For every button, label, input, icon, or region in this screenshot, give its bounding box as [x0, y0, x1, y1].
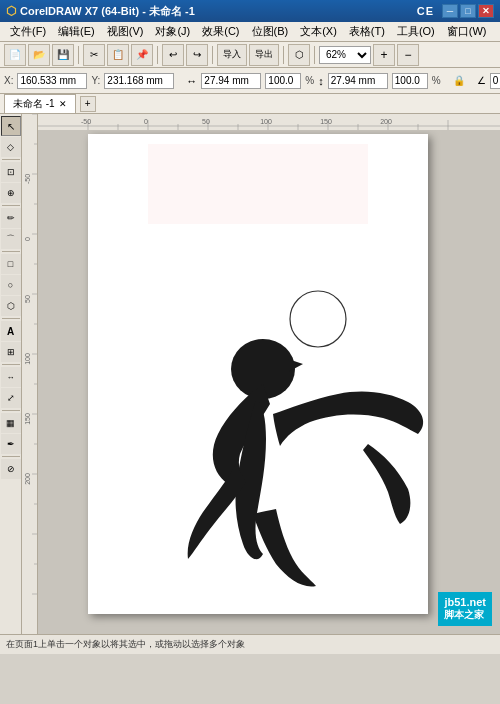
open-button[interactable]: 📂	[28, 44, 50, 66]
menu-edit[interactable]: 编辑(E)	[52, 22, 101, 41]
drawing-svg	[88, 134, 428, 614]
interactive-tool[interactable]: ⊘	[1, 459, 21, 479]
title-text: CorelDRAW X7 (64-Bit) - 未命名 -1	[20, 4, 417, 19]
svg-text:100: 100	[24, 353, 31, 365]
menu-object[interactable]: 对象(J)	[149, 22, 196, 41]
angle-icon: ∠	[477, 75, 486, 86]
export-button[interactable]: 导出	[249, 44, 279, 66]
menu-effects[interactable]: 效果(C)	[196, 22, 245, 41]
tab-label: 未命名 -1	[13, 97, 55, 111]
fill-tool[interactable]: ▦	[1, 413, 21, 433]
menu-table[interactable]: 表格(T)	[343, 22, 391, 41]
table-tool[interactable]: ⊞	[1, 342, 21, 362]
w-pct-label: %	[305, 75, 314, 86]
window-controls: ─ □ ✕	[442, 4, 494, 18]
w-input[interactable]	[201, 73, 261, 89]
tool-sep6	[2, 410, 20, 411]
polygon-tool[interactable]: ⬡	[1, 296, 21, 316]
bird-figure	[188, 339, 424, 587]
zoom-select[interactable]: 62% 50% 75% 100%	[319, 46, 371, 64]
menu-view[interactable]: 视图(V)	[101, 22, 150, 41]
zoom-tool[interactable]: ⊕	[1, 183, 21, 203]
freehand-tool[interactable]: ✏	[1, 208, 21, 228]
x-input[interactable]	[17, 73, 87, 89]
shape-tool[interactable]: ◇	[1, 137, 21, 157]
tool-sep7	[2, 456, 20, 457]
dimension-tool[interactable]: ↔	[1, 367, 21, 387]
title-bar: ⬡ CorelDRAW X7 (64-Bit) - 未命名 -1 CE ─ □ …	[0, 0, 500, 22]
tool-sep1	[2, 159, 20, 160]
w-pct-input[interactable]	[265, 73, 301, 89]
sep1	[78, 46, 79, 64]
angle-input[interactable]	[490, 73, 500, 89]
watermark-line2: 脚本之家	[444, 608, 486, 622]
tool-sep5	[2, 364, 20, 365]
zoom-out-button[interactable]: −	[397, 44, 419, 66]
tool-sep4	[2, 318, 20, 319]
zoom-in-button[interactable]: +	[373, 44, 395, 66]
property-bar: X: Y: ↔ % ↕ % 🔒 ∠ ↗90.0° ↘90.0°	[0, 68, 500, 94]
undo-button[interactable]: ↩	[162, 44, 184, 66]
status-bar: 在页面1上单击一个对象以将其选中，或拖动以选择多个对象	[0, 634, 500, 654]
menu-bitmap[interactable]: 位图(B)	[246, 22, 295, 41]
copy-button[interactable]: 📋	[107, 44, 129, 66]
svg-text:50: 50	[202, 118, 210, 125]
color-tool[interactable]: ✒	[1, 434, 21, 454]
svg-text:150: 150	[320, 118, 332, 125]
menu-file[interactable]: 文件(F)	[4, 22, 52, 41]
new-button[interactable]: 📄	[4, 44, 26, 66]
tab-close-button[interactable]: ✕	[59, 99, 67, 109]
y-label: Y:	[91, 75, 100, 86]
ruler-v-svg: -50 0 50 100 150 200	[22, 114, 38, 634]
menu-tools[interactable]: 工具(O)	[391, 22, 441, 41]
close-button[interactable]: ✕	[478, 4, 494, 18]
vertical-ruler: -50 0 50 100 150 200	[22, 114, 38, 634]
menu-text[interactable]: 文本(X)	[294, 22, 343, 41]
save-button[interactable]: 💾	[52, 44, 74, 66]
ellipse-tool[interactable]: ○	[1, 275, 21, 295]
sep4	[283, 46, 284, 64]
status-text: 在页面1上单击一个对象以将其选中，或拖动以选择多个对象	[6, 638, 245, 651]
pick-tool[interactable]: ↖	[1, 116, 21, 136]
tool-sep3	[2, 251, 20, 252]
ruler-h-svg: -50 0 50 100 150 200	[38, 114, 500, 130]
new-tab-button[interactable]: +	[80, 96, 96, 112]
svg-rect-45	[148, 144, 368, 224]
circle-shape[interactable]	[290, 291, 346, 347]
paste-button[interactable]: 📌	[131, 44, 153, 66]
publish-button[interactable]: ⬡	[288, 44, 310, 66]
main-toolbar: 📄 📂 💾 ✂ 📋 📌 ↩ ↪ 导入 导出 ⬡ 62% 50% 75% 100%…	[0, 42, 500, 68]
rect-tool[interactable]: □	[1, 254, 21, 274]
canvas-area[interactable]: -50 0 50 100 150 200	[38, 114, 500, 634]
w-icon: ↔	[186, 75, 197, 87]
sep5	[314, 46, 315, 64]
svg-text:0: 0	[144, 118, 148, 125]
tabs-bar: 未命名 -1 ✕ +	[0, 94, 500, 114]
cut-button[interactable]: ✂	[83, 44, 105, 66]
crop-tool[interactable]: ⊡	[1, 162, 21, 182]
svg-text:100: 100	[260, 118, 272, 125]
menu-window[interactable]: 窗口(W)	[441, 22, 493, 41]
menu-bar: 文件(F) 编辑(E) 视图(V) 对象(J) 效果(C) 位图(B) 文本(X…	[0, 22, 500, 42]
h-input[interactable]	[328, 73, 388, 89]
connector-tool[interactable]: ⤢	[1, 388, 21, 408]
maximize-button[interactable]: □	[460, 4, 476, 18]
svg-rect-0	[22, 114, 38, 634]
document-tab[interactable]: 未命名 -1 ✕	[4, 94, 76, 113]
smart-tool[interactable]: ⌒	[1, 229, 21, 249]
h-pct-input[interactable]	[392, 73, 428, 89]
text-tool[interactable]: A	[1, 321, 21, 341]
lock-icon: 🔒	[453, 75, 465, 86]
sep3	[212, 46, 213, 64]
import-button[interactable]: 导入	[217, 44, 247, 66]
x-label: X:	[4, 75, 13, 86]
y-input[interactable]	[104, 73, 174, 89]
sep2	[157, 46, 158, 64]
svg-marker-47	[288, 359, 303, 372]
svg-text:200: 200	[24, 473, 31, 485]
horizontal-ruler: -50 0 50 100 150 200	[38, 114, 500, 130]
svg-text:150: 150	[24, 413, 31, 425]
ce-label: CE	[417, 5, 434, 17]
minimize-button[interactable]: ─	[442, 4, 458, 18]
redo-button[interactable]: ↪	[186, 44, 208, 66]
